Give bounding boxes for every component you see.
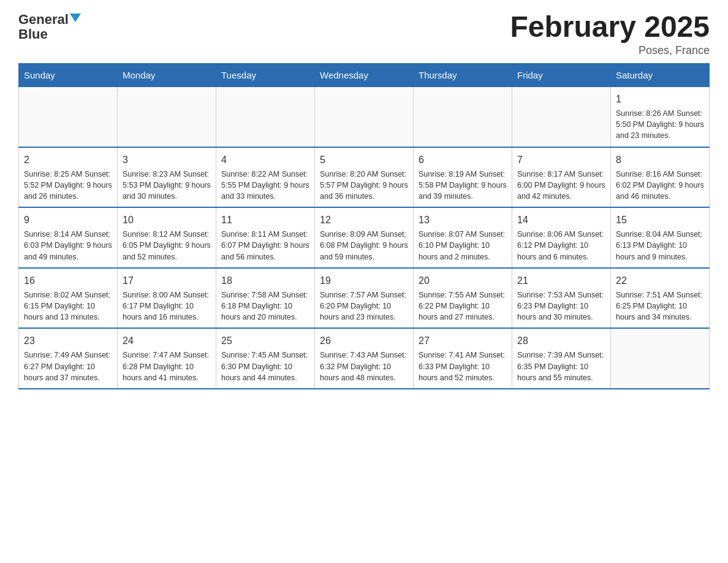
day-number: 4 — [221, 153, 309, 167]
table-row: 9Sunrise: 8:14 AM Sunset: 6:03 PM Daylig… — [19, 207, 118, 268]
day-number: 2 — [24, 153, 112, 167]
logo-triangle-icon — [70, 13, 81, 22]
table-row: 7Sunrise: 8:17 AM Sunset: 6:00 PM Daylig… — [512, 147, 611, 208]
day-number: 17 — [123, 274, 211, 288]
location: Poses, France — [510, 44, 710, 57]
day-number: 13 — [419, 213, 507, 227]
table-row: 11Sunrise: 8:11 AM Sunset: 6:07 PM Dayli… — [216, 207, 315, 268]
table-row: 17Sunrise: 8:00 AM Sunset: 6:17 PM Dayli… — [118, 268, 216, 329]
day-number: 25 — [221, 334, 309, 348]
title-area: February 2025 Poses, France — [510, 12, 710, 57]
table-row: 21Sunrise: 7:53 AM Sunset: 6:23 PM Dayli… — [512, 268, 611, 329]
table-row — [315, 87, 414, 147]
table-row: 13Sunrise: 8:07 AM Sunset: 6:10 PM Dayli… — [414, 207, 512, 268]
table-row — [19, 87, 118, 147]
day-number: 15 — [616, 213, 704, 227]
day-info: Sunrise: 7:51 AM Sunset: 6:25 PM Dayligh… — [616, 289, 704, 323]
day-number: 20 — [419, 274, 507, 288]
calendar-week-row: 16Sunrise: 8:02 AM Sunset: 6:15 PM Dayli… — [19, 268, 710, 329]
day-number: 12 — [320, 213, 408, 227]
day-info: Sunrise: 8:14 AM Sunset: 6:03 PM Dayligh… — [24, 229, 112, 262]
table-row: 6Sunrise: 8:19 AM Sunset: 5:58 PM Daylig… — [414, 147, 512, 208]
day-info: Sunrise: 8:12 AM Sunset: 6:05 PM Dayligh… — [123, 229, 211, 262]
day-number: 8 — [616, 153, 704, 167]
col-sunday: Sunday — [19, 64, 118, 87]
day-number: 3 — [123, 153, 211, 167]
day-number: 18 — [221, 274, 309, 288]
day-number: 26 — [320, 334, 408, 348]
day-info: Sunrise: 8:16 AM Sunset: 6:02 PM Dayligh… — [616, 169, 704, 202]
day-info: Sunrise: 8:23 AM Sunset: 5:53 PM Dayligh… — [123, 169, 211, 202]
day-info: Sunrise: 8:06 AM Sunset: 6:12 PM Dayligh… — [517, 229, 605, 262]
table-row: 27Sunrise: 7:41 AM Sunset: 6:33 PM Dayli… — [414, 328, 512, 389]
day-info: Sunrise: 7:43 AM Sunset: 6:32 PM Dayligh… — [320, 350, 408, 383]
day-info: Sunrise: 8:02 AM Sunset: 6:15 PM Dayligh… — [24, 289, 112, 323]
day-info: Sunrise: 8:07 AM Sunset: 6:10 PM Dayligh… — [419, 229, 507, 262]
day-number: 6 — [419, 153, 507, 167]
day-number: 11 — [221, 213, 309, 227]
day-number: 24 — [123, 334, 211, 348]
table-row: 26Sunrise: 7:43 AM Sunset: 6:32 PM Dayli… — [315, 328, 414, 389]
page-header: General Blue February 2025 Poses, France — [18, 12, 710, 57]
table-row: 19Sunrise: 7:57 AM Sunset: 6:20 PM Dayli… — [315, 268, 414, 329]
day-info: Sunrise: 8:17 AM Sunset: 6:00 PM Dayligh… — [517, 169, 605, 202]
table-row: 2Sunrise: 8:25 AM Sunset: 5:52 PM Daylig… — [19, 147, 118, 208]
table-row: 15Sunrise: 8:04 AM Sunset: 6:13 PM Dayli… — [611, 207, 710, 268]
col-wednesday: Wednesday — [315, 64, 414, 87]
table-row: 14Sunrise: 8:06 AM Sunset: 6:12 PM Dayli… — [512, 207, 611, 268]
day-info: Sunrise: 8:19 AM Sunset: 5:58 PM Dayligh… — [419, 169, 507, 202]
day-info: Sunrise: 7:45 AM Sunset: 6:30 PM Dayligh… — [221, 350, 309, 383]
table-row: 18Sunrise: 7:58 AM Sunset: 6:18 PM Dayli… — [216, 268, 315, 329]
calendar-week-row: 9Sunrise: 8:14 AM Sunset: 6:03 PM Daylig… — [19, 207, 710, 268]
table-row: 16Sunrise: 8:02 AM Sunset: 6:15 PM Dayli… — [19, 268, 118, 329]
day-info: Sunrise: 8:20 AM Sunset: 5:57 PM Dayligh… — [320, 169, 408, 202]
table-row — [216, 87, 315, 147]
table-row: 12Sunrise: 8:09 AM Sunset: 6:08 PM Dayli… — [315, 207, 414, 268]
day-info: Sunrise: 7:55 AM Sunset: 6:22 PM Dayligh… — [419, 289, 507, 323]
day-number: 9 — [24, 213, 112, 227]
day-number: 19 — [320, 274, 408, 288]
logo-general: General — [18, 12, 69, 27]
table-row: 1Sunrise: 8:26 AM Sunset: 5:50 PM Daylig… — [611, 87, 710, 147]
day-info: Sunrise: 7:41 AM Sunset: 6:33 PM Dayligh… — [419, 350, 507, 383]
calendar-week-row: 23Sunrise: 7:49 AM Sunset: 6:27 PM Dayli… — [19, 328, 710, 389]
day-number: 10 — [123, 213, 211, 227]
day-info: Sunrise: 8:26 AM Sunset: 5:50 PM Dayligh… — [616, 108, 704, 141]
calendar-table: Sunday Monday Tuesday Wednesday Thursday… — [18, 63, 710, 389]
table-row: 5Sunrise: 8:20 AM Sunset: 5:57 PM Daylig… — [315, 147, 414, 208]
day-info: Sunrise: 8:22 AM Sunset: 5:55 PM Dayligh… — [221, 169, 309, 202]
table-row: 28Sunrise: 7:39 AM Sunset: 6:35 PM Dayli… — [512, 328, 611, 389]
day-info: Sunrise: 8:04 AM Sunset: 6:13 PM Dayligh… — [616, 229, 704, 262]
day-number: 16 — [24, 274, 112, 288]
day-info: Sunrise: 8:11 AM Sunset: 6:07 PM Dayligh… — [221, 229, 309, 262]
logo-blue: Blue — [18, 27, 48, 42]
col-thursday: Thursday — [414, 64, 512, 87]
table-row: 25Sunrise: 7:45 AM Sunset: 6:30 PM Dayli… — [216, 328, 315, 389]
day-info: Sunrise: 7:39 AM Sunset: 6:35 PM Dayligh… — [517, 350, 605, 383]
col-friday: Friday — [512, 64, 611, 87]
day-number: 7 — [517, 153, 605, 167]
day-info: Sunrise: 8:00 AM Sunset: 6:17 PM Dayligh… — [123, 289, 211, 323]
day-info: Sunrise: 8:25 AM Sunset: 5:52 PM Dayligh… — [24, 169, 112, 202]
day-number: 1 — [616, 92, 704, 106]
table-row: 23Sunrise: 7:49 AM Sunset: 6:27 PM Dayli… — [19, 328, 118, 389]
day-number: 14 — [517, 213, 605, 227]
day-number: 28 — [517, 334, 605, 348]
day-info: Sunrise: 7:47 AM Sunset: 6:28 PM Dayligh… — [123, 350, 211, 383]
table-row — [414, 87, 512, 147]
calendar-week-row: 2Sunrise: 8:25 AM Sunset: 5:52 PM Daylig… — [19, 147, 710, 208]
table-row — [118, 87, 216, 147]
table-row — [512, 87, 611, 147]
table-row: 24Sunrise: 7:47 AM Sunset: 6:28 PM Dayli… — [118, 328, 216, 389]
col-tuesday: Tuesday — [216, 64, 315, 87]
day-info: Sunrise: 8:09 AM Sunset: 6:08 PM Dayligh… — [320, 229, 408, 262]
table-row: 10Sunrise: 8:12 AM Sunset: 6:05 PM Dayli… — [118, 207, 216, 268]
table-row: 3Sunrise: 8:23 AM Sunset: 5:53 PM Daylig… — [118, 147, 216, 208]
day-info: Sunrise: 7:53 AM Sunset: 6:23 PM Dayligh… — [517, 289, 605, 323]
day-info: Sunrise: 7:49 AM Sunset: 6:27 PM Dayligh… — [24, 350, 112, 383]
day-info: Sunrise: 7:58 AM Sunset: 6:18 PM Dayligh… — [221, 289, 309, 323]
logo: General Blue — [18, 12, 81, 42]
month-title: February 2025 — [510, 12, 710, 42]
day-number: 21 — [517, 274, 605, 288]
table-row: 4Sunrise: 8:22 AM Sunset: 5:55 PM Daylig… — [216, 147, 315, 208]
